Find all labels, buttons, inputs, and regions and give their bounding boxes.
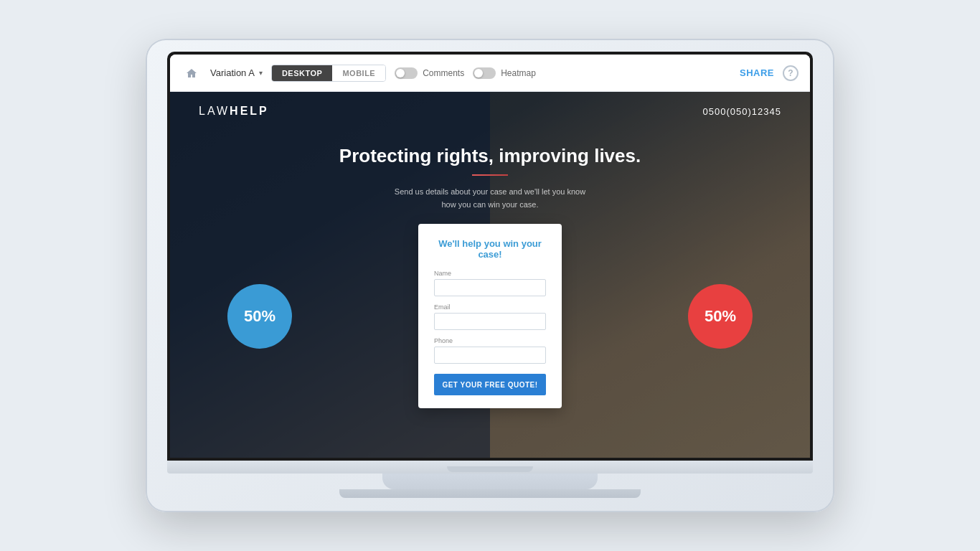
email-input[interactable] xyxy=(434,313,546,330)
bubble-right-percent: 50% xyxy=(705,307,736,326)
laptop-notch xyxy=(447,466,533,472)
bubble-right: 50% xyxy=(688,284,753,349)
hero-subtitle-line2: how you can win your case. xyxy=(441,200,538,209)
home-button[interactable] xyxy=(182,63,202,83)
laptop-base xyxy=(167,461,813,474)
laptop-screen: Variation A ▾ DESKTOP MOBILE Comments xyxy=(170,55,810,458)
logo-text-bold: HELP xyxy=(230,105,269,117)
hero-section: Protecting rights, improving lives. Send… xyxy=(325,145,655,211)
help-button[interactable]: ? xyxy=(783,65,798,81)
comments-toggle-group: Comments xyxy=(395,67,464,79)
site-logo: LAWHELP xyxy=(199,105,269,118)
comments-toggle[interactable] xyxy=(395,67,418,79)
variation-selector[interactable]: Variation A ▾ xyxy=(210,67,263,78)
site-phone: 0500(050)12345 xyxy=(703,106,781,117)
bubble-left: 50% xyxy=(227,284,292,349)
heatmap-label: Heatmap xyxy=(501,68,536,78)
laptop-foot xyxy=(339,489,641,498)
logo-text-light: LAW xyxy=(199,105,230,117)
device-tabs: DESKTOP MOBILE xyxy=(271,65,386,82)
form-area: 50% We'll help you win your case! Name E… xyxy=(170,224,810,408)
hero-divider xyxy=(472,174,508,176)
hero-title: Protecting rights, improving lives. xyxy=(339,145,641,167)
desktop-tab[interactable]: DESKTOP xyxy=(272,65,332,81)
name-field-group: Name xyxy=(434,270,546,296)
toggle-knob xyxy=(396,69,405,77)
landing-background: LAWHELP 0500(050)12345 Protecting rights… xyxy=(170,92,810,458)
submit-button[interactable]: GET YOUR FREE QUOTE! xyxy=(434,374,546,395)
name-input[interactable] xyxy=(434,279,546,296)
email-label: Email xyxy=(434,303,546,311)
hero-subtitle: Send us details about your case and we'l… xyxy=(339,186,641,211)
mobile-tab[interactable]: MOBILE xyxy=(332,65,385,81)
chevron-down-icon: ▾ xyxy=(259,69,263,77)
variation-label: Variation A xyxy=(210,67,255,78)
toggle-knob-heatmap xyxy=(474,69,483,77)
hero-subtitle-line1: Send us details about your case and we'l… xyxy=(395,187,585,196)
name-label: Name xyxy=(434,270,546,277)
form-card: We'll help you win your case! Name Email xyxy=(418,224,562,408)
laptop-stand xyxy=(382,474,598,489)
toolbar: Variation A ▾ DESKTOP MOBILE Comments xyxy=(170,55,810,92)
heatmap-toggle[interactable] xyxy=(473,67,496,79)
phone-input[interactable] xyxy=(434,347,546,364)
site-nav: LAWHELP 0500(050)12345 xyxy=(170,92,810,131)
landing-preview: LAWHELP 0500(050)12345 Protecting rights… xyxy=(170,92,810,458)
bubble-left-percent: 50% xyxy=(244,307,275,326)
screen-bezel: Variation A ▾ DESKTOP MOBILE Comments xyxy=(167,52,813,461)
phone-label: Phone xyxy=(434,337,546,344)
form-headline: We'll help you win your case! xyxy=(434,238,546,260)
share-button[interactable]: SHARE xyxy=(740,67,774,78)
comments-label: Comments xyxy=(423,68,464,78)
laptop-frame: Variation A ▾ DESKTOP MOBILE Comments xyxy=(146,39,834,512)
phone-field-group: Phone xyxy=(434,337,546,364)
heatmap-toggle-group: Heatmap xyxy=(473,67,536,79)
email-field-group: Email xyxy=(434,303,546,330)
